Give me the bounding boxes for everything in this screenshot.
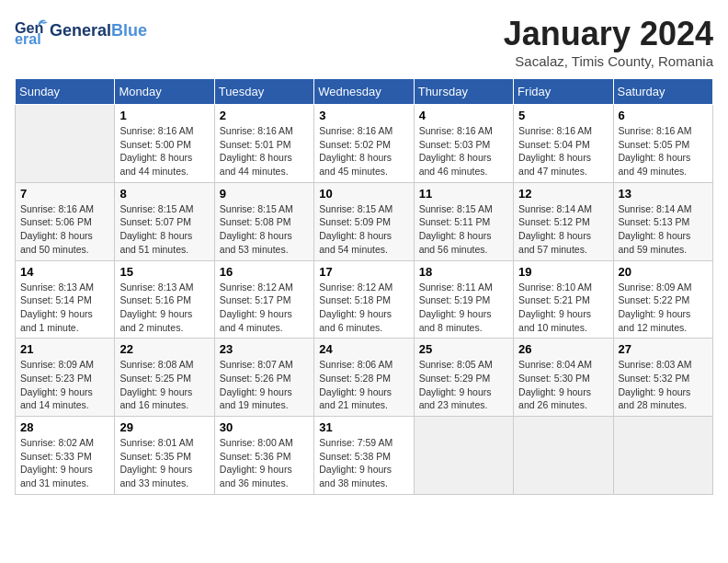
sunrise: Sunrise: 8:04 AM [518,359,592,370]
day-number: 24 [319,342,408,356]
sunrise: Sunrise: 8:07 AM [220,359,293,370]
daylight: Daylight: 9 hours and 28 minutes. [619,386,691,411]
day-number: 2 [220,109,309,122]
day-info: Sunrise: 8:16 AM Sunset: 5:06 PM Dayligh… [20,202,109,257]
page-header: Gen eral GeneralBlue January 2024 Sacala… [15,15,713,69]
sunrise: Sunrise: 8:13 AM [20,282,94,293]
day-info: Sunrise: 8:14 AM Sunset: 5:12 PM Dayligh… [518,202,608,257]
day-info: Sunrise: 8:02 AM Sunset: 5:33 PM Dayligh… [20,436,109,490]
daylight: Daylight: 8 hours and 53 minutes. [220,230,292,255]
day-number: 3 [319,109,408,122]
day-number: 20 [619,265,708,279]
daylight: Daylight: 9 hours and 4 minutes. [220,308,292,333]
day-number: 18 [419,265,508,279]
calendar-cell: 3 Sunrise: 8:16 AM Sunset: 5:02 PM Dayli… [314,105,414,183]
sunrise: Sunrise: 8:15 AM [419,203,493,214]
calendar-cell: 19 Sunrise: 8:10 AM Sunset: 5:21 PM Dayl… [514,260,613,339]
sunset: Sunset: 5:11 PM [419,216,491,227]
header-wednesday: Wednesday [314,79,414,105]
calendar-cell: 27 Sunrise: 8:03 AM Sunset: 5:32 PM Dayl… [613,339,712,417]
header-saturday: Saturday [613,79,712,105]
day-info: Sunrise: 8:13 AM Sunset: 5:16 PM Dayligh… [119,281,209,335]
daylight: Daylight: 9 hours and 36 minutes. [220,464,292,488]
day-info: Sunrise: 8:16 AM Sunset: 5:01 PM Dayligh… [220,124,309,178]
day-number: 27 [619,342,708,356]
header-thursday: Thursday [414,79,513,105]
sunrise: Sunrise: 8:03 AM [619,359,692,370]
daylight: Daylight: 9 hours and 6 minutes. [319,308,392,333]
location-subtitle: Sacalaz, Timis County, Romania [504,53,713,69]
sunset: Sunset: 5:32 PM [619,373,690,384]
sunrise: Sunrise: 8:15 AM [319,203,392,214]
day-number: 21 [20,342,109,356]
day-info: Sunrise: 8:16 AM Sunset: 5:03 PM Dayligh… [419,124,508,178]
sunset: Sunset: 5:08 PM [220,216,291,227]
calendar-table: SundayMondayTuesdayWednesdayThursdayFrid… [15,78,713,495]
logo-icon: Gen eral [15,15,48,48]
calendar-week-4: 21 Sunrise: 8:09 AM Sunset: 5:23 PM Dayl… [16,339,713,417]
sunset: Sunset: 5:13 PM [619,216,690,227]
daylight: Daylight: 8 hours and 54 minutes. [319,230,392,255]
day-number: 26 [518,342,608,356]
sunrise: Sunrise: 8:16 AM [119,125,193,136]
month-title: January 2024 [504,15,713,53]
daylight: Daylight: 9 hours and 26 minutes. [518,386,591,411]
day-info: Sunrise: 8:04 AM Sunset: 5:30 PM Dayligh… [518,358,608,412]
day-info: Sunrise: 8:09 AM Sunset: 5:22 PM Dayligh… [619,281,708,335]
calendar-cell: 24 Sunrise: 8:06 AM Sunset: 5:28 PM Dayl… [314,339,414,417]
sunrise: Sunrise: 8:15 AM [220,203,293,214]
day-number: 19 [518,265,608,279]
day-info: Sunrise: 8:15 AM Sunset: 5:07 PM Dayligh… [119,202,209,257]
sunrise: Sunrise: 8:16 AM [518,125,592,136]
day-info: Sunrise: 8:12 AM Sunset: 5:18 PM Dayligh… [319,281,408,335]
calendar-cell [16,105,115,183]
calendar-week-3: 14 Sunrise: 8:13 AM Sunset: 5:14 PM Dayl… [16,260,713,339]
daylight: Daylight: 9 hours and 14 minutes. [20,386,93,411]
daylight: Daylight: 9 hours and 10 minutes. [518,308,591,333]
day-info: Sunrise: 8:10 AM Sunset: 5:21 PM Dayligh… [518,281,608,335]
sunrise: Sunrise: 8:10 AM [518,282,592,293]
title-block: January 2024 Sacalaz, Timis County, Roma… [504,15,713,69]
logo: Gen eral GeneralBlue [15,15,147,48]
day-info: Sunrise: 8:07 AM Sunset: 5:26 PM Dayligh… [220,358,309,412]
calendar-cell: 30 Sunrise: 8:00 AM Sunset: 5:36 PM Dayl… [214,417,313,495]
sunset: Sunset: 5:23 PM [20,373,92,384]
day-info: Sunrise: 8:03 AM Sunset: 5:32 PM Dayligh… [619,358,708,412]
svg-text:eral: eral [15,30,41,47]
sunrise: Sunrise: 8:05 AM [419,359,493,370]
calendar-cell: 15 Sunrise: 8:13 AM Sunset: 5:16 PM Dayl… [115,260,214,339]
header-sunday: Sunday [16,79,115,105]
sunset: Sunset: 5:01 PM [220,139,291,150]
daylight: Daylight: 9 hours and 21 minutes. [319,386,392,411]
day-number: 17 [319,265,408,279]
calendar-cell: 31 Sunrise: 7:59 AM Sunset: 5:38 PM Dayl… [314,417,414,495]
day-number: 29 [119,420,209,434]
sunset: Sunset: 5:22 PM [619,294,690,305]
sunset: Sunset: 5:16 PM [119,294,191,305]
sunrise: Sunrise: 8:14 AM [518,203,592,214]
calendar-cell [414,417,513,495]
calendar-cell: 21 Sunrise: 8:09 AM Sunset: 5:23 PM Dayl… [16,339,115,417]
day-info: Sunrise: 8:15 AM Sunset: 5:11 PM Dayligh… [419,202,508,257]
calendar-cell: 25 Sunrise: 8:05 AM Sunset: 5:29 PM Dayl… [414,339,513,417]
day-number: 23 [220,342,309,356]
daylight: Daylight: 9 hours and 33 minutes. [119,464,192,488]
calendar-cell: 18 Sunrise: 8:11 AM Sunset: 5:19 PM Dayl… [414,260,513,339]
sunset: Sunset: 5:09 PM [319,216,391,227]
daylight: Daylight: 9 hours and 8 minutes. [419,308,492,333]
sunrise: Sunrise: 8:13 AM [119,282,193,293]
sunset: Sunset: 5:36 PM [220,451,291,462]
daylight: Daylight: 9 hours and 23 minutes. [419,386,492,411]
header-friday: Friday [514,79,613,105]
sunrise: Sunrise: 7:59 AM [319,437,392,448]
day-number: 15 [119,265,209,279]
day-info: Sunrise: 8:14 AM Sunset: 5:13 PM Dayligh… [619,202,708,257]
calendar-cell: 2 Sunrise: 8:16 AM Sunset: 5:01 PM Dayli… [214,105,313,183]
calendar-cell: 26 Sunrise: 8:04 AM Sunset: 5:30 PM Dayl… [514,339,613,417]
sunset: Sunset: 5:06 PM [20,216,92,227]
sunrise: Sunrise: 8:09 AM [20,359,94,370]
day-number: 5 [518,109,608,122]
sunset: Sunset: 5:07 PM [119,216,191,227]
sunrise: Sunrise: 8:12 AM [319,282,392,293]
day-number: 16 [220,265,309,279]
